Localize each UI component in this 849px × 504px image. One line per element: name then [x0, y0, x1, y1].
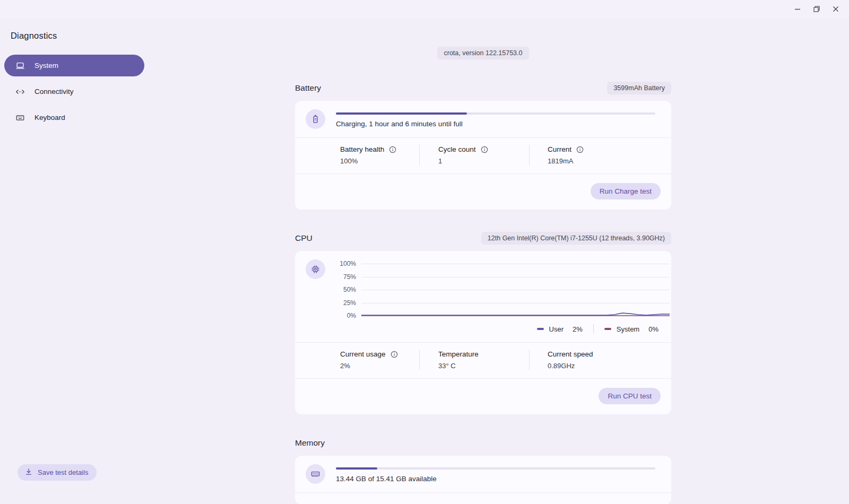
sidebar-item-system[interactable]: System: [4, 55, 144, 76]
sidebar-item-label: System: [34, 62, 58, 69]
cpu-chart-y-axis: 100% 75% 50% 25% 0%: [332, 264, 361, 316]
current-usage-value: 2%: [340, 362, 419, 370]
cpu-icon: [306, 259, 325, 279]
sidebar-item-keyboard[interactable]: Keyboard: [4, 107, 144, 128]
battery-section-title: Battery: [295, 83, 321, 93]
memory-usage-block: 13.44 GB of 15.41 GB available: [336, 464, 655, 483]
download-icon: [24, 467, 33, 477]
current-speed-label: Current speed: [548, 350, 593, 358]
memory-usage-bar: [336, 467, 655, 470]
memory-status-text: 13.44 GB of 15.41 GB available: [336, 475, 655, 483]
battery-section: Battery 3599mAh Battery Charging, 1 hour…: [295, 82, 671, 210]
current-speed-value: 0.89GHz: [548, 362, 661, 370]
memory-section-title: Memory: [295, 438, 325, 448]
run-cpu-test-button[interactable]: Run CPU test: [599, 388, 661, 404]
y-tick-label: 50%: [343, 286, 356, 293]
sidebar: Diagnostics System Connectivity Keyboard…: [0, 19, 149, 504]
close-icon: [833, 6, 839, 14]
memory-usage-bar-fill: [336, 467, 377, 470]
memory-icon: [306, 464, 325, 484]
cpu-section-header: CPU 12th Gen Intel(R) Core(TM) i7-1255U …: [295, 232, 671, 245]
battery-stats-row: Battery health 100% Cycle count 1: [295, 138, 671, 173]
memory-section: Memory 13.44 GB of 15.41 GB available: [295, 437, 671, 504]
current-label: Current: [548, 145, 571, 153]
network-icon: [15, 87, 25, 97]
battery-capacity-chip: 3599mAh Battery: [607, 82, 671, 94]
sidebar-nav: System Connectivity Keyboard: [0, 55, 149, 128]
y-tick-label: 0%: [347, 312, 356, 319]
cpu-section: CPU 12th Gen Intel(R) Core(TM) i7-1255U …: [295, 232, 671, 414]
sidebar-item-label: Keyboard: [34, 114, 65, 121]
run-charge-test-button[interactable]: Run Charge test: [591, 183, 661, 199]
cpu-chart-row: 100% 75% 50% 25% 0%: [295, 251, 671, 317]
legend-item-user: User 2%: [537, 325, 583, 333]
battery-charge-block: Charging, 1 hour and 6 minutes until ful…: [336, 109, 655, 128]
cpu-usage-chart: 100% 75% 50% 25% 0%: [332, 259, 670, 316]
cpu-chart-plot: [361, 264, 670, 316]
current-value: 1819mA: [548, 157, 661, 165]
temperature-stat: Temperature 33° C: [419, 350, 529, 370]
sidebar-item-label: Connectivity: [34, 88, 74, 95]
battery-status-text: Charging, 1 hour and 6 minutes until ful…: [336, 120, 655, 128]
cpu-model-chip: 12th Gen Intel(R) Core(TM) i7-1255U (12 …: [481, 232, 671, 245]
keyboard-icon: [15, 113, 25, 123]
cpu-stats-row: Current usage 2% Temperature 33° C: [295, 343, 671, 378]
cycle-count-value: 1: [438, 157, 529, 165]
cpu-card: 100% 75% 50% 25% 0%: [295, 251, 671, 414]
info-icon[interactable]: [481, 146, 488, 153]
cpu-card-footer: Run CPU test: [295, 379, 671, 414]
battery-icon: [306, 109, 325, 129]
system-series-value: 0%: [648, 325, 659, 333]
cpu-chart-lines: [361, 264, 670, 316]
main-content: crota, version 122.15753.0 Battery 3599m…: [295, 19, 671, 504]
memory-card-top: 13.44 GB of 15.41 GB available: [295, 456, 671, 492]
system-series-label: System: [617, 325, 639, 333]
current-stat: Current 1819mA: [529, 145, 661, 165]
info-icon[interactable]: [391, 351, 398, 358]
info-icon[interactable]: [389, 146, 396, 153]
battery-card-footer: Run Charge test: [295, 174, 671, 210]
window-titlebar: [0, 0, 849, 19]
cpu-section-title: CPU: [295, 233, 313, 243]
y-tick-label: 75%: [343, 273, 356, 281]
battery-health-label: Battery health: [340, 145, 384, 153]
y-tick-label: 25%: [343, 299, 356, 307]
save-test-details-label: Save test details: [38, 468, 88, 476]
battery-card-top: Charging, 1 hour and 6 minutes until ful…: [295, 101, 671, 137]
battery-section-header: Battery 3599mAh Battery: [295, 82, 671, 94]
temperature-value: 33° C: [438, 362, 529, 370]
memory-section-header: Memory: [295, 437, 671, 449]
battery-health-stat: Battery health 100%: [340, 145, 419, 165]
restore-button[interactable]: [809, 2, 825, 17]
memory-card-tail: [295, 493, 671, 504]
current-usage-stat: Current usage 2%: [340, 350, 419, 370]
y-tick-label: 100%: [340, 260, 356, 267]
current-usage-label: Current usage: [340, 350, 386, 358]
laptop-icon: [15, 61, 25, 71]
version-chip: crota, version 122.15753.0: [437, 47, 529, 59]
battery-card: Charging, 1 hour and 6 minutes until ful…: [295, 101, 671, 210]
minimize-icon: [794, 6, 801, 14]
user-series-label: User: [549, 325, 564, 333]
sidebar-item-connectivity[interactable]: Connectivity: [4, 81, 144, 102]
minimize-button[interactable]: [790, 2, 805, 17]
info-icon[interactable]: [576, 146, 584, 153]
battery-health-value: 100%: [340, 157, 419, 165]
close-button[interactable]: [828, 2, 844, 17]
restore-icon: [813, 6, 820, 14]
memory-card: 13.44 GB of 15.41 GB available: [295, 456, 671, 504]
user-series-value: 2%: [573, 325, 583, 333]
battery-charge-bar: [336, 112, 655, 115]
legend-item-system: System 0%: [604, 325, 659, 333]
system-series-swatch: [604, 328, 611, 330]
save-test-details-button[interactable]: Save test details: [18, 464, 97, 481]
cycle-count-label: Cycle count: [438, 145, 476, 153]
current-speed-stat: Current speed 0.89GHz: [529, 350, 661, 370]
app-title: Diagnostics: [11, 31, 149, 41]
battery-charge-bar-fill: [336, 112, 467, 115]
temperature-label: Temperature: [438, 350, 479, 358]
user-series-swatch: [537, 328, 544, 330]
cpu-chart-legend: User 2% System 0%: [295, 317, 671, 342]
cycle-count-stat: Cycle count 1: [419, 145, 529, 165]
legend-separator: [593, 324, 594, 334]
